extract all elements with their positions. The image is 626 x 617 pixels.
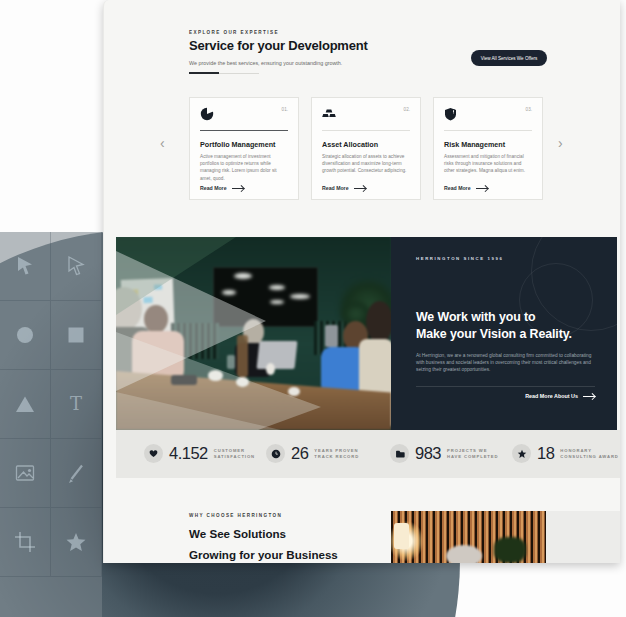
star-tool-icon[interactable] bbox=[51, 508, 102, 577]
card-number: 02. bbox=[404, 107, 410, 112]
square-icon[interactable] bbox=[51, 301, 102, 370]
stat-value: 4.152 bbox=[169, 444, 208, 463]
card-number: 03. bbox=[526, 107, 532, 112]
services-subtitle: We provide the best services, ensuring y… bbox=[189, 60, 342, 66]
read-more-link[interactable]: Read More bbox=[444, 185, 488, 191]
card-title: Portfolio Management bbox=[200, 140, 288, 149]
stat-consulting-award: 18 HONORARYCONSULTING AWARD bbox=[512, 444, 619, 463]
hero-divider bbox=[416, 386, 595, 387]
hero-paragraph: At Herrington, we are a renowned global … bbox=[416, 353, 596, 373]
text-tool-icon[interactable]: T bbox=[51, 370, 102, 439]
read-more-about-us-link[interactable]: Read More About Us bbox=[525, 393, 595, 399]
stat-projects-completed: 983 PROJECTS WEHAVE COMPLETED bbox=[390, 444, 498, 463]
card-description: Active management of investment portfoli… bbox=[200, 153, 288, 182]
pie-chart-icon bbox=[200, 107, 214, 125]
card-number: 01. bbox=[282, 107, 288, 112]
circle-icon[interactable] bbox=[0, 301, 51, 370]
service-card-portfolio: 01. Portfolio Management Active manageme… bbox=[189, 97, 299, 200]
crop-icon[interactable] bbox=[0, 508, 51, 577]
stat-value: 26 bbox=[291, 444, 308, 463]
webpage-screenshot: EXPLORE OUR EXPERTISE Service for your D… bbox=[103, 0, 620, 563]
svg-text:T: T bbox=[70, 393, 82, 414]
arrow-right-icon bbox=[232, 188, 244, 189]
carousel-next-button[interactable]: › bbox=[558, 136, 563, 150]
arrow-right-icon bbox=[476, 188, 488, 189]
shield-alert-icon bbox=[444, 107, 458, 125]
service-card-risk: 03. Risk Management Assessment and mitig… bbox=[433, 97, 543, 200]
stat-label: PROJECTS WEHAVE COMPLETED bbox=[447, 448, 498, 459]
lamp bbox=[394, 523, 409, 549]
arrow-right-icon bbox=[583, 396, 595, 397]
view-all-services-button[interactable]: View All Services We Offers bbox=[471, 50, 547, 66]
star-icon bbox=[512, 444, 531, 463]
card-description: Strategic allocation of assets to achiev… bbox=[322, 153, 410, 175]
hero-photo bbox=[116, 237, 391, 430]
hero-eyebrow: HERRINGTON SINCE 1996 bbox=[416, 256, 504, 261]
cursor-filled-icon[interactable] bbox=[0, 232, 51, 301]
why-eyebrow: WHY CHOOSE HERRINGTON bbox=[189, 513, 282, 518]
office-photo bbox=[391, 511, 546, 563]
arrow-right-icon bbox=[354, 188, 366, 189]
card-title: Risk Management bbox=[444, 140, 532, 149]
person-hair bbox=[446, 545, 482, 563]
pen-icon[interactable] bbox=[51, 439, 102, 508]
clock-badge-icon bbox=[266, 444, 285, 463]
section-background-block bbox=[546, 511, 620, 563]
triangle-icon[interactable] bbox=[0, 370, 51, 439]
cursor-outline-icon[interactable] bbox=[51, 232, 102, 301]
stat-value: 983 bbox=[415, 444, 441, 463]
image-icon[interactable] bbox=[0, 439, 51, 508]
stat-label: CUSTOMERSATISFACTION bbox=[214, 448, 255, 459]
stat-customer-satisfaction: 4.152 CUSTOMERSATISFACTION bbox=[144, 444, 255, 463]
carousel-progress bbox=[189, 72, 259, 74]
card-title: Asset Allocation bbox=[322, 140, 410, 149]
hero-heading: We Work with you to Make your Vision a R… bbox=[416, 309, 572, 342]
heart-icon bbox=[144, 444, 163, 463]
read-more-link[interactable]: Read More bbox=[200, 185, 244, 191]
services-title: Service for your Development bbox=[189, 38, 368, 53]
stat-value: 18 bbox=[537, 444, 554, 463]
gold-bars-icon bbox=[322, 107, 336, 125]
read-more-link[interactable]: Read More bbox=[322, 185, 366, 191]
design-canvas: EXPLORE OUR EXPERTISE Service for your D… bbox=[0, 0, 626, 617]
card-divider bbox=[200, 130, 288, 131]
card-divider bbox=[444, 130, 532, 131]
hero-text-panel: HERRINGTON SINCE 1996 We Work with you t… bbox=[391, 237, 617, 430]
hero-section: HERRINGTON SINCE 1996 We Work with you t… bbox=[116, 237, 617, 430]
tool-palette: T bbox=[0, 232, 102, 617]
folder-icon bbox=[390, 444, 409, 463]
service-card-asset: 02. Asset Allocation Strategic allocatio… bbox=[311, 97, 421, 200]
why-heading: We See Solutions Growing for your Busine… bbox=[189, 523, 338, 563]
card-description: Assessment and mitigation of financial r… bbox=[444, 153, 532, 175]
stats-bar: 4.152 CUSTOMERSATISFACTION 26 YEARS PROV… bbox=[116, 430, 620, 478]
service-cards: 01. Portfolio Management Active manageme… bbox=[189, 97, 544, 200]
stat-label: HONORARYCONSULTING AWARD bbox=[560, 448, 618, 459]
stat-track-record: 26 YEARS PROVENTRACK RECORD bbox=[266, 444, 359, 463]
card-divider bbox=[322, 130, 410, 131]
plant-leaves bbox=[494, 537, 526, 563]
services-eyebrow: EXPLORE OUR EXPERTISE bbox=[189, 30, 279, 35]
carousel-prev-button[interactable]: ‹ bbox=[160, 136, 165, 150]
stat-label: YEARS PROVENTRACK RECORD bbox=[314, 448, 359, 459]
